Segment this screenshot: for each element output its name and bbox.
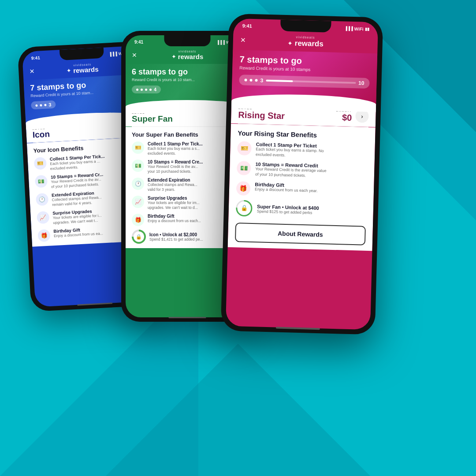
benefit-desc: Collected stamps and Rewa...remain valid… xyxy=(52,195,102,208)
benefits-pink: Your Rising Star Benefits 🎫 Collect 1 St… xyxy=(228,124,376,251)
progress-num-blue: 3 xyxy=(48,102,52,107)
hero-pink: 7 stamps to go Reward Credit is yours at… xyxy=(231,50,377,104)
brand-name-pink: rewards xyxy=(294,39,324,48)
brand-name-green: rewards xyxy=(178,53,204,60)
about-rewards-button[interactable]: About Rewards xyxy=(235,223,366,245)
close-btn-blue[interactable]: ✕ xyxy=(29,67,35,75)
benefit-desc: Your tickets are eligible for i...upgrad… xyxy=(53,213,102,226)
close-btn-green[interactable]: ✕ xyxy=(132,52,137,59)
benefits-title-pink: Your Rising Star Benefits xyxy=(238,129,368,140)
brand-sub-green: vividseats xyxy=(178,50,197,53)
stamps-subtitle-green: Reward Credit is yours at 10 stam... xyxy=(132,78,243,82)
benefit-item: 🎫 Collect 1 Stamp Per Ticket Each ticket… xyxy=(237,141,368,160)
progress-end-pink: 10 xyxy=(358,80,364,86)
about-rewards-label: About Rewards xyxy=(278,230,323,238)
close-btn-pink[interactable]: ✕ xyxy=(240,36,246,44)
dot-blue-3 xyxy=(44,104,46,106)
credit-amount-pink: $0 xyxy=(335,112,352,123)
progress-num-green: 4 xyxy=(154,87,156,92)
level-name-pink: Rising Star xyxy=(238,110,285,121)
star-icon-blue: ✦ xyxy=(67,67,72,74)
status-time-pink: 9:41 xyxy=(242,23,252,29)
status-time-blue: 9:41 xyxy=(31,55,41,60)
status-time-green: 9:41 xyxy=(134,40,143,45)
star-icon-green: ✦ xyxy=(171,53,176,60)
benefit-item: 💵 10 Stamps = Reward Credit Your Reward … xyxy=(237,161,368,180)
phone-pink: 9:41 ▐▐▐ WiFi ▮▮ ✕ vividseats ✦ rewards … xyxy=(221,14,383,335)
benefit-icon: 🎫 xyxy=(34,157,47,170)
benefit-icon: 📈 xyxy=(37,211,49,224)
stamps-heading-green: 6 stamps to go xyxy=(132,67,243,77)
dot-blue-2 xyxy=(40,104,42,106)
dot-blue-1 xyxy=(35,104,37,106)
benefit-item: 🎁 Birthday Gift Enjoy a discount from us… xyxy=(236,181,367,199)
brand-name-blue: rewards xyxy=(73,65,99,74)
lock-item-pink: 🔒 Super Fan • Unlock at $400 Spend $125 … xyxy=(235,200,366,220)
benefit-icon: 🎁 xyxy=(37,229,50,242)
benefit-icon: 🕐 xyxy=(36,193,48,206)
benefit-icon: 💵 xyxy=(35,175,48,188)
progress-start-pink: 3 xyxy=(260,77,263,83)
star-icon-pink: ✦ xyxy=(287,40,292,47)
home-indicator-green xyxy=(169,317,206,318)
